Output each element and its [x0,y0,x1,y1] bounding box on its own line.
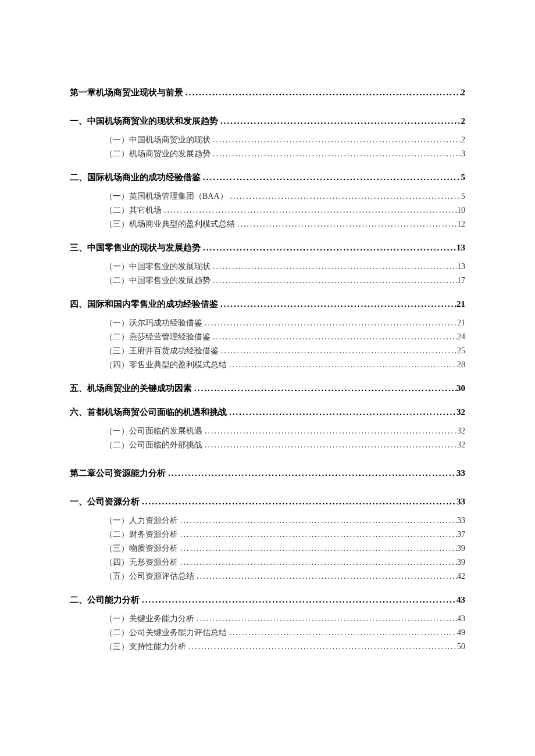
toc-page-number: 21 [457,318,465,328]
toc-title: （三）机场商业典型的盈利模式总结 [70,219,235,230]
toc-title: （二）中国零售业的发展趋势 [70,275,211,286]
toc-entry: （一）沃尔玛成功经验借鉴............................… [70,318,465,328]
toc-entry: （三）王府井百货成功经验借鉴..........................… [70,346,465,356]
toc-entry: 一、公司资源分析................................… [70,496,465,507]
toc-title: （五）公司资源评估总结 [70,571,194,582]
toc-page-number: 5 [461,192,465,201]
toc-leader-dots: ........................................… [178,530,457,539]
toc-page-number: 39 [457,544,465,553]
toc-leader-dots: ........................................… [166,468,456,478]
toc-page-number: 2 [461,135,465,145]
toc-leader-dots: ........................................… [218,299,456,309]
toc-page-number: 37 [457,530,465,539]
toc-entry: 一、中国机场商贸业的现状和发展趋势.......................… [70,116,465,127]
toc-title: （三）王府井百货成功经验借鉴 [70,346,219,356]
toc-page-number: 13 [457,262,465,271]
toc-leader-dots: ........................................… [201,173,461,182]
toc-leader-dots: ........................................… [227,360,457,370]
toc-title: （四）无形资源分析 [70,557,178,568]
toc-page-number: 32 [457,427,465,436]
toc-entry: （三）支持性能力分析..............................… [70,642,465,652]
toc-page-number: 32 [457,440,465,450]
toc-title: （二）公司面临的外部挑战 [70,440,202,450]
toc-page-number: 10 [457,206,465,215]
toc-leader-dots: ........................................… [211,262,457,271]
toc-title: （一）公司面临的发展机遇 [70,426,202,436]
toc-entry: （二）财务资源分析...............................… [70,529,465,540]
toc-title: （二）其它机场 [70,205,162,216]
toc-entry: （二）机场商贸业的发展趋势...........................… [70,149,465,159]
toc-title: （二）燕莎经营管理经验借鉴 [70,332,211,342]
toc-entry: （二）其它机场.................................… [70,205,465,216]
toc-page-number: 50 [457,642,465,651]
toc-title: 第一章机场商贸业现状与前景 [70,87,183,98]
toc-page-number: 24 [457,332,465,342]
toc-title: 二、国际机场商业的成功经验借鉴 [70,172,201,183]
toc-page-number: 30 [456,384,465,393]
toc-title: （一）关键业务能力分析 [70,614,194,624]
toc-page-number: 25 [457,346,465,356]
toc-title: 二、公司能力分析 [70,594,140,605]
toc-leader-dots: ........................................… [202,427,457,436]
toc-title: （二）机场商贸业的发展趋势 [70,149,211,159]
toc-leader-dots: ........................................… [194,572,457,581]
toc-leader-dots: ........................................… [211,276,457,285]
toc-leader-dots: ........................................… [178,544,457,553]
toc-page-number: 33 [456,468,465,478]
toc-title: （二）公司关键业务能力评估总结 [70,628,227,638]
toc-entry: （一）公司面临的发展机遇............................… [70,426,465,436]
toc-title: 六、首都机场商贸公司面临的机遇和挑战 [70,407,227,418]
toc-entry: （三）物质资源分析...............................… [70,543,465,554]
toc-entry: （二）公司关键业务能力评估总结.........................… [70,628,465,638]
toc-leader-dots: ........................................… [140,497,456,507]
toc-title: （一）英国机场管理集团（BAA） [70,191,228,202]
toc-entry: （一）人力资源分析...............................… [70,515,465,526]
toc-leader-dots: ........................................… [235,220,457,229]
toc-title: （一）人力资源分析 [70,515,178,526]
toc-page-number: 42 [457,572,465,581]
toc-page-number: 33 [457,516,465,525]
toc-entry: 四、国际和国内零售业的成功经验借鉴.......................… [70,299,465,310]
toc-page: 第一章机场商贸业现状与前景...........................… [0,0,535,756]
toc-leader-dots: ........................................… [194,614,457,624]
toc-entry: 六、首都机场商贸公司面临的机遇和挑战......................… [70,407,465,418]
toc-page-number: 5 [461,173,466,182]
toc-page-number: 28 [457,360,465,370]
toc-page-number: 2 [461,88,466,98]
toc-leader-dots: ........................................… [227,407,456,417]
toc-entry: 第一章机场商贸业现状与前景...........................… [70,87,465,98]
toc-title: （二）财务资源分析 [70,529,178,540]
toc-title: 三、中国零售业的现状与发展趋势 [70,242,201,253]
toc-title: （一）中国机场商贸业的现状 [70,135,211,145]
toc-entry: （二）公司面临的外部挑战............................… [70,440,465,450]
toc-page-number: 43 [456,595,465,605]
toc-entry: （三）机场商业典型的盈利模式总结........................… [70,219,465,230]
table-of-contents: 第一章机场商贸业现状与前景...........................… [70,87,465,652]
toc-entry: 第二章公司资源能力分析.............................… [70,468,465,479]
toc-title: 一、中国机场商贸业的现状和发展趋势 [70,116,218,127]
toc-page-number: 33 [456,497,465,507]
toc-leader-dots: ........................................… [192,384,456,393]
toc-page-number: 39 [457,558,465,567]
toc-title: （一）沃尔玛成功经验借鉴 [70,318,202,328]
toc-leader-dots: ........................................… [211,149,461,159]
toc-entry: （四）零售业典型的盈利模式总结.........................… [70,360,465,370]
toc-page-number: 12 [457,220,465,229]
toc-title: （一）中国零售业的发展现状 [70,261,211,272]
toc-page-number: 43 [457,614,465,624]
toc-leader-dots: ........................................… [178,558,457,567]
toc-entry: 三、中国零售业的现状与发展趋势.........................… [70,242,465,253]
toc-entry: （一）中国零售业的发展现状...........................… [70,261,465,272]
toc-entry: （一）英国机场管理集团（BAA）........................… [70,191,465,202]
toc-title: （三）支持性能力分析 [70,642,186,652]
toc-page-number: 21 [456,299,465,309]
toc-page-number: 32 [456,407,465,417]
toc-title: （三）物质资源分析 [70,543,178,554]
toc-title: 第二章公司资源能力分析 [70,468,166,479]
toc-entry: 二、国际机场商业的成功经验借鉴.........................… [70,172,465,183]
toc-entry: （四）无形资源分析...............................… [70,557,465,568]
toc-page-number: 13 [456,243,465,253]
toc-page-number: 3 [461,149,465,159]
toc-page-number: 17 [457,276,465,285]
toc-entry: 五、机场商贸业的关键成功因素..........................… [70,383,465,394]
